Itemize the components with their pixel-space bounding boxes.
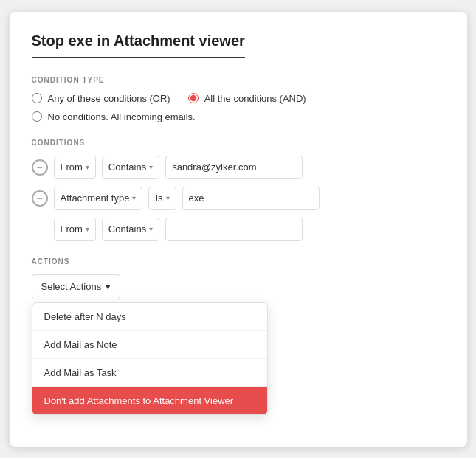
action-item-3[interactable]: Add Mail as Task	[32, 359, 267, 387]
chevron-icon-4: ▾	[166, 194, 170, 202]
value-input-1[interactable]	[165, 156, 303, 179]
radio-and[interactable]	[188, 93, 199, 103]
value-input-3[interactable]	[165, 218, 303, 241]
chevron-icon-2: ▾	[149, 163, 153, 171]
page-title: Stop exe in Attachment viewer	[32, 32, 245, 58]
radio-row-none: No conditions. All incoming emails.	[32, 111, 445, 122]
radio-none[interactable]	[32, 111, 42, 122]
select-actions-wrapper: Select Actions ▾ Delete after N days Add…	[32, 274, 121, 299]
field-select-2[interactable]: Attachment type ▾	[54, 187, 143, 210]
radio-row-or: Any of these conditions (OR) All the con…	[32, 93, 445, 104]
conditions-label: CONDITIONS	[32, 139, 445, 147]
action-item-4[interactable]: Don't add Attachments to Attachment View…	[32, 387, 267, 414]
chevron-icon-3: ▾	[132, 194, 136, 202]
radio-none-label: No conditions. All incoming emails.	[48, 111, 196, 122]
condition-type-group: Any of these conditions (OR) All the con…	[32, 93, 445, 122]
remove-condition-2[interactable]: −	[32, 190, 48, 207]
condition-row-3: From ▾ Contains ▾	[54, 218, 445, 241]
select-actions-chevron: ▾	[106, 281, 111, 292]
condition-row-1: − From ▾ Contains ▾	[32, 156, 445, 179]
value-input-2[interactable]	[182, 187, 320, 210]
condition-type-section: CONDITION TYPE Any of these conditions (…	[32, 76, 445, 122]
actions-label: ACTIONS	[32, 257, 445, 266]
operator-select-1[interactable]: Contains ▾	[102, 156, 159, 179]
chevron-icon-6: ▾	[149, 225, 153, 233]
operator-select-2[interactable]: Is ▾	[148, 187, 176, 210]
main-card: Stop exe in Attachment viewer CONDITION …	[10, 12, 467, 447]
condition-type-label: CONDITION TYPE	[32, 76, 445, 84]
select-actions-label: Select Actions	[41, 281, 102, 292]
radio-or-label: Any of these conditions (OR)	[48, 93, 170, 104]
conditions-section: CONDITIONS − From ▾ Contains ▾ − Attachm…	[32, 139, 445, 241]
action-item-1[interactable]: Delete after N days	[32, 303, 267, 331]
field-select-3[interactable]: From ▾	[54, 218, 96, 241]
chevron-icon-1: ▾	[86, 163, 89, 171]
action-item-2[interactable]: Add Mail as Note	[32, 331, 267, 359]
radio-or[interactable]	[32, 93, 42, 103]
chevron-icon-5: ▾	[86, 225, 89, 233]
field-select-1[interactable]: From ▾	[54, 156, 96, 179]
radio-and-label: All the conditions (AND)	[204, 93, 306, 104]
actions-section: ACTIONS Select Actions ▾ Delete after N …	[32, 257, 445, 356]
actions-dropdown-menu: Delete after N days Add Mail as Note Add…	[32, 302, 268, 415]
operator-select-3[interactable]: Contains ▾	[102, 218, 159, 241]
remove-condition-1[interactable]: −	[32, 159, 48, 176]
select-actions-button[interactable]: Select Actions ▾	[32, 274, 121, 299]
condition-row-2: − Attachment type ▾ Is ▾	[32, 187, 445, 210]
